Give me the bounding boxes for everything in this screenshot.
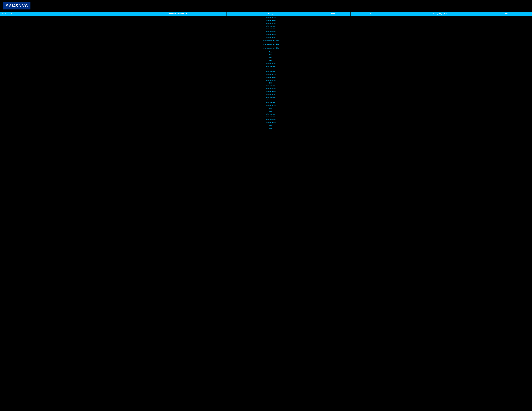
table-row: price decrease	[0, 30, 532, 33]
empty-cell	[396, 93, 483, 96]
empty-cell	[396, 76, 483, 79]
empty-cell	[396, 127, 483, 130]
empty-cell	[70, 33, 129, 36]
empty-cell	[129, 62, 227, 65]
empty-cell	[315, 93, 351, 96]
table-row: price decrease	[0, 79, 532, 82]
empty-cell	[315, 73, 351, 76]
empty-cell	[0, 101, 70, 104]
empty-cell	[483, 104, 532, 107]
empty-cell	[396, 43, 483, 46]
empty-cell	[351, 127, 396, 130]
change-cell: price decrease	[227, 101, 315, 104]
table-row: New	[0, 56, 532, 59]
empty-cell	[129, 90, 227, 93]
table-row: price decrease	[0, 87, 532, 90]
empty-cell	[70, 82, 129, 84]
empty-cell	[129, 121, 227, 124]
empty-cell	[0, 51, 70, 53]
empty-cell	[483, 112, 532, 115]
table-row: price decrease	[0, 73, 532, 76]
empty-cell	[129, 124, 227, 127]
empty-cell	[315, 76, 351, 79]
empty-cell	[483, 25, 532, 28]
empty-cell	[351, 42, 396, 43]
empty-cell	[129, 30, 227, 33]
empty-cell	[483, 46, 532, 47]
empty-cell	[0, 110, 70, 112]
empty-cell	[315, 25, 351, 28]
table-row: price decrease	[0, 101, 532, 104]
empty-cell	[315, 124, 351, 127]
empty-cell	[129, 56, 227, 59]
empty-cell	[129, 73, 227, 76]
change-cell: price decrease and EOL	[227, 39, 315, 42]
empty-cell	[351, 104, 396, 107]
empty-cell	[129, 104, 227, 107]
empty-cell	[483, 51, 532, 53]
empty-cell	[129, 93, 227, 96]
empty-cell	[351, 90, 396, 93]
empty-cell	[315, 16, 351, 19]
empty-cell	[70, 53, 129, 56]
change-cell: price decrease	[227, 19, 315, 22]
change-cell: price decrease	[227, 121, 315, 124]
empty-cell	[351, 22, 396, 25]
table-row: price decrease	[0, 36, 532, 39]
empty-cell	[315, 96, 351, 99]
table-row: New	[0, 51, 532, 53]
empty-cell	[396, 47, 483, 49]
empty-cell	[315, 110, 351, 112]
empty-cell	[129, 42, 227, 43]
empty-cell	[351, 93, 396, 96]
empty-cell	[351, 121, 396, 124]
header-msrp: MSRP	[315, 12, 351, 16]
table-row: price decrease	[0, 115, 532, 118]
change-cell: price decrease	[227, 67, 315, 70]
table-row: price decrease	[0, 70, 532, 73]
empty-cell	[483, 62, 532, 65]
empty-cell	[483, 53, 532, 56]
change-cell: price decrease	[227, 96, 315, 99]
change-cell: New	[227, 51, 315, 53]
empty-cell	[351, 79, 396, 82]
change-cell: price decrease	[227, 73, 315, 76]
empty-cell	[396, 118, 483, 121]
change-cell: price decrease	[227, 36, 315, 39]
empty-cell	[351, 56, 396, 59]
table-row: New	[0, 127, 532, 130]
empty-cell	[351, 118, 396, 121]
empty-cell	[483, 84, 532, 87]
empty-cell	[351, 84, 396, 87]
change-cell: price decrease	[227, 65, 315, 67]
empty-cell	[70, 49, 129, 51]
change-cell: New	[227, 59, 315, 62]
empty-cell	[315, 121, 351, 124]
table-row: price decrease	[0, 19, 532, 22]
empty-cell	[70, 121, 129, 124]
change-cell: price decrease	[227, 30, 315, 33]
empty-cell	[315, 30, 351, 33]
empty-cell	[129, 22, 227, 25]
table-row: EOL	[0, 107, 532, 110]
empty-cell	[483, 67, 532, 70]
empty-cell	[0, 115, 70, 118]
empty-cell	[483, 47, 532, 49]
empty-cell	[129, 107, 227, 110]
empty-cell	[396, 115, 483, 118]
empty-cell	[351, 36, 396, 39]
empty-cell	[129, 118, 227, 121]
change-cell: EOL	[227, 107, 315, 110]
empty-cell	[70, 93, 129, 96]
empty-cell	[483, 30, 532, 33]
empty-cell	[70, 115, 129, 118]
empty-cell	[483, 16, 532, 19]
change-cell: price decrease	[227, 76, 315, 79]
empty-cell	[315, 46, 351, 47]
change-cell: price decrease	[227, 104, 315, 107]
empty-cell	[0, 124, 70, 127]
empty-cell	[483, 107, 532, 110]
empty-cell	[483, 76, 532, 79]
header-product-description: PRODUCT DESCRIPTION	[129, 12, 227, 16]
empty-cell	[0, 104, 70, 107]
